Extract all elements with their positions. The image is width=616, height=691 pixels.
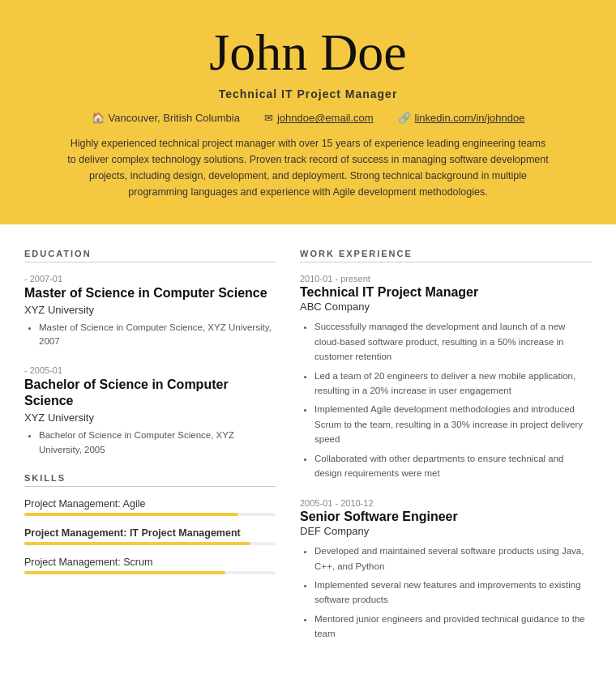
edu-date-1: - 2005-01 <box>24 365 276 375</box>
linkedin-link[interactable]: linkedin.com/in/johndoe <box>415 112 525 124</box>
skill-label-1: Project Management: IT Project Managemen… <box>24 527 276 539</box>
work-bullet-1-2: Mentored junior engineers and provided t… <box>314 612 592 642</box>
edu-degree-0: Master of Science in Computer Science <box>24 285 276 302</box>
edu-school-0: XYZ University <box>24 304 276 316</box>
right-column: WORK EXPERIENCE 2010-01 - present Techni… <box>300 249 592 659</box>
work-bullets-1: Developed and maintained several softwar… <box>300 544 592 641</box>
linkedin-icon: 🔗 <box>398 112 411 124</box>
edu-school-1: XYZ University <box>24 412 276 424</box>
work-date-1: 2005-01 - 2010-12 <box>300 498 592 508</box>
summary-text: Highly experienced technical project man… <box>65 135 551 200</box>
skill-item-0: Project Management: Agile <box>24 498 276 516</box>
skill-label-0: Project Management: Agile <box>24 498 276 510</box>
skills-section: SKILLS Project Management: Agile Project… <box>24 473 276 574</box>
header-section: John Doe Technical IT Project Manager 🏠 … <box>0 0 616 224</box>
skill-bar-fill-0 <box>24 513 238 516</box>
work-company-0: ABC Company <box>300 301 592 313</box>
skill-bar-fill-2 <box>24 571 225 574</box>
edu-bullets-1: Bachelor of Science in Computer Science,… <box>24 429 276 457</box>
work-item-1: 2005-01 - 2010-12 Senior Software Engine… <box>300 498 592 641</box>
contact-bar: 🏠 Vancouver, British Columbia ✉ johndoe@… <box>32 112 584 124</box>
edu-degree-1: Bachelor of Science in Computer Science <box>24 377 276 411</box>
work-experience-section: WORK EXPERIENCE 2010-01 - present Techni… <box>300 249 592 641</box>
skill-bar-track-1 <box>24 542 276 545</box>
name-heading: John Doe <box>32 24 584 81</box>
edu-item-0: - 2007-01 Master of Science in Computer … <box>24 274 276 348</box>
main-content: EDUCATION - 2007-01 Master of Science in… <box>0 224 616 683</box>
education-section: EDUCATION - 2007-01 Master of Science in… <box>24 249 276 456</box>
left-column: EDUCATION - 2007-01 Master of Science in… <box>24 249 276 659</box>
work-heading: WORK EXPERIENCE <box>300 249 592 262</box>
skill-label-2: Project Management: Scrum <box>24 557 276 568</box>
work-bullet-0-2: Implemented Agile development methodolog… <box>314 402 592 446</box>
location-icon: 🏠 <box>92 112 105 124</box>
location-text: Vancouver, British Columbia <box>109 112 240 124</box>
email-link[interactable]: johndoe@email.com <box>277 112 374 124</box>
education-heading: EDUCATION <box>24 249 276 262</box>
work-title-0: Technical IT Project Manager <box>300 285 592 300</box>
work-bullet-0-1: Led a team of 20 engineers to deliver a … <box>314 369 592 399</box>
work-item-0: 2010-01 - present Technical IT Project M… <box>300 274 592 480</box>
work-bullet-0-0: Successfully managed the development and… <box>314 319 592 364</box>
job-title: Technical IT Project Manager <box>32 87 584 100</box>
skills-heading: SKILLS <box>24 473 276 487</box>
work-bullet-1-0: Developed and maintained several softwar… <box>314 544 592 574</box>
email-item[interactable]: ✉ johndoe@email.com <box>264 112 374 124</box>
skill-bar-fill-1 <box>24 542 250 545</box>
edu-bullet-0-0: Master of Science in Computer Science, X… <box>39 321 276 349</box>
work-bullets-0: Successfully managed the development and… <box>300 319 592 480</box>
edu-bullets-0: Master of Science in Computer Science, X… <box>24 321 276 349</box>
edu-item-1: - 2005-01 Bachelor of Science in Compute… <box>24 365 276 457</box>
location-item: 🏠 Vancouver, British Columbia <box>92 112 240 124</box>
edu-bullet-1-0: Bachelor of Science in Computer Science,… <box>39 429 276 457</box>
work-bullet-0-3: Collaborated with other departments to e… <box>314 451 592 481</box>
work-title-1: Senior Software Engineer <box>300 510 592 524</box>
work-company-1: DEF Company <box>300 525 592 537</box>
edu-date-0: - 2007-01 <box>24 274 276 284</box>
skill-item-2: Project Management: Scrum <box>24 557 276 574</box>
skill-item-1: Project Management: IT Project Managemen… <box>24 527 276 545</box>
email-icon: ✉ <box>264 112 273 124</box>
work-date-0: 2010-01 - present <box>300 274 592 284</box>
linkedin-item[interactable]: 🔗 linkedin.com/in/johndoe <box>398 112 525 124</box>
skill-bar-track-2 <box>24 571 276 574</box>
work-bullet-1-1: Implemented several new features and imp… <box>314 578 592 608</box>
skill-bar-track-0 <box>24 513 276 516</box>
